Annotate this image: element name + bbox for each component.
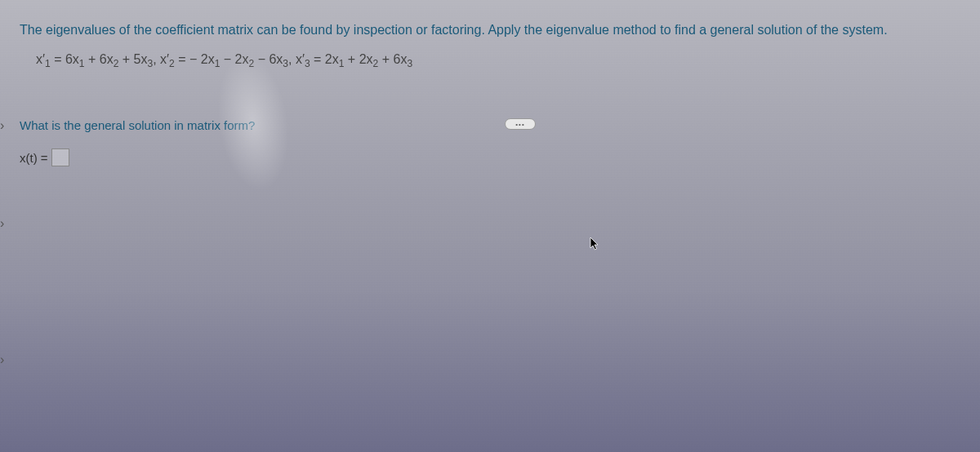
answer-prefix: x(t) = <box>20 151 48 165</box>
bottom-vignette <box>0 289 980 452</box>
scroll-caret-1: › <box>0 118 7 131</box>
answer-input-box[interactable] <box>51 148 69 166</box>
question-text: What is the general solution in matrix f… <box>20 118 960 132</box>
answer-row: x(t) = <box>20 148 960 166</box>
system-equations: x′1 = 6x1 + 6x2 + 5x3, x′2 = − 2x1 − 2x2… <box>20 52 960 69</box>
mouse-cursor-icon <box>590 237 601 251</box>
problem-content: The eigenvalues of the coefficient matri… <box>0 0 980 183</box>
scroll-caret-2: › <box>0 216 7 229</box>
more-button[interactable]: ••• <box>505 118 536 130</box>
instruction-text: The eigenvalues of the coefficient matri… <box>20 23 960 38</box>
scroll-caret-3: › <box>0 352 7 366</box>
